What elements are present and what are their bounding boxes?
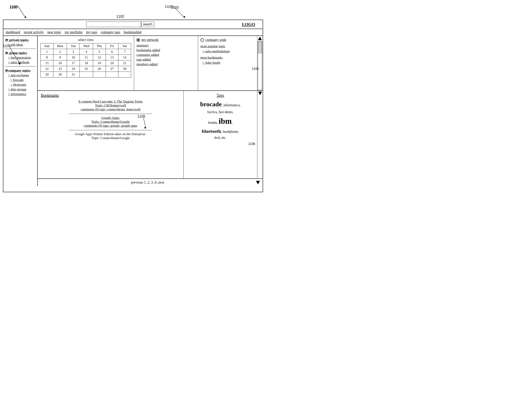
tags-title: Tags <box>186 93 255 98</box>
main-outer-box: 1102 search LOGO dashboard recent activi… <box>3 20 263 192</box>
cal-day-cell[interactable]: 12 <box>93 55 106 60</box>
tags-added-link[interactable]: tags added <box>136 58 195 62</box>
sidebar-informatica[interactable]: > informatica <box>5 92 36 96</box>
cal-day-cell[interactable]: 30 <box>53 72 67 77</box>
cal-day-cell[interactable]: 11 <box>80 55 93 60</box>
bookmark-divider-1 <box>69 114 152 114</box>
cal-day-cell[interactable]: 5 <box>93 49 106 55</box>
sidebar-ibm-storage[interactable]: > ibm storage <box>5 88 36 91</box>
svg-text:1103: 1103 <box>165 5 173 9</box>
cal-day-cell[interactable]: 21 <box>118 60 131 66</box>
cal-day-cell[interactable]: 27 <box>106 66 118 72</box>
cal-day-cell[interactable]: 26 <box>93 66 106 72</box>
bookmark-3-topic[interactable]: Topic: Connectbeam/Google <box>41 136 180 140</box>
cal-day-cell[interactable]: 15 <box>41 60 53 66</box>
members-added-link[interactable]: members added <box>136 62 195 66</box>
cal-day-cell[interactable]: 4 <box>80 49 93 55</box>
bookmarks-added-link[interactable]: bookmarks added <box>136 48 195 52</box>
tag-brocade: brocade <box>200 101 222 108</box>
cal-day-cell[interactable]: 31 <box>67 72 80 77</box>
sidebar-brocade[interactable]: > brocade <box>5 78 36 82</box>
network-area: my network summary bookmarks added comme… <box>134 36 198 90</box>
cal-day-cell[interactable]: 17 <box>67 60 80 66</box>
search-button[interactable]: search <box>141 22 154 27</box>
sidebar-company-topics[interactable]: ≫company topics <box>5 69 36 73</box>
body-area: ≫ private topics > gift ideas ≫ group to… <box>3 36 263 186</box>
nav-company-tags[interactable]: company tags <box>101 30 120 34</box>
sidebar-gift-ideas[interactable]: > gift ideas <box>5 43 36 47</box>
sidebar-fast-integration[interactable]: > fast integration <box>5 56 36 60</box>
scroll-up-arrow[interactable] <box>258 37 262 40</box>
scrollbar-bottom <box>257 91 263 178</box>
cal-day-cell[interactable]: 16 <box>53 60 67 66</box>
nav-my-portfolio[interactable]: my portfolio <box>65 30 83 34</box>
bookmark-entry-3: Google Apps Primier Edition takes on the… <box>41 132 180 140</box>
company-wide-radio[interactable] <box>201 38 204 42</box>
footer-scroll-down-arrow[interactable] <box>256 181 260 184</box>
nav-dashboard[interactable]: dashboard <box>6 30 20 34</box>
bookmark-2-title[interactable]: Google Apps: <box>41 116 180 120</box>
sidebar: ≫ private topics > gift ideas ≫ group to… <box>3 36 38 186</box>
cal-day-cell[interactable]: 6 <box>106 49 118 55</box>
sidebar-private-topics[interactable]: ≫ private topics <box>5 38 36 42</box>
nav-my-tags[interactable]: my tags <box>86 30 97 34</box>
cal-day-cell[interactable]: 29 <box>41 72 53 77</box>
cal-day-cell[interactable]: 18 <box>80 60 93 66</box>
main-content-area: 1101 select view Sun Mon Tue Wed Thu Fri <box>38 36 263 186</box>
tags-content: brocade, informatica, factiva, fast demo… <box>186 99 255 141</box>
cal-day-cell[interactable]: 19 <box>93 60 106 66</box>
cal-day-cell[interactable]: 2 <box>53 49 67 55</box>
nav-bookmarklet[interactable]: bookmarklet <box>124 30 142 34</box>
bookmark-1-title[interactable]: E-content-Nerd Cast-take 3: The Tagging … <box>41 100 180 104</box>
john-smith-link[interactable]: > John Smith <box>201 61 255 65</box>
cal-day-cell[interactable]: 3 <box>67 49 80 55</box>
bookmark-2-topic[interactable]: Topic: Connectbeam/Google <box>41 120 180 124</box>
comments-added-link[interactable]: comments added <box>136 53 195 57</box>
sidebar-app-exchange[interactable]: > app exchange <box>5 73 36 77</box>
bookmark-3-title[interactable]: Google Apps Primier Edition takes on the… <box>41 132 180 136</box>
summary-link[interactable]: summary <box>136 44 195 47</box>
bookmarks-area: Bookmarks E-content-Nerd Cast-take 3: Th… <box>38 91 183 178</box>
cal-day-mon: Mon <box>53 43 67 49</box>
scroll-down-arrow-bottom[interactable] <box>258 92 262 95</box>
my-network-link[interactable]: my network <box>142 38 158 42</box>
scroll-track[interactable] <box>258 41 262 90</box>
bookmark-2-details[interactable]: comments (0) tags- google, google apps <box>41 124 180 128</box>
bookmark-1-topic[interactable]: Topic: CB/Honneywell <box>41 104 180 107</box>
cal-day-cell[interactable]: 13 <box>106 55 118 60</box>
cal-day-cell[interactable]: 24 <box>67 66 80 72</box>
bookmark-entry-2: Google Apps: Topic: Connectbeam/Google c… <box>41 116 180 128</box>
most-bookmarks-label: most bookmarks <box>201 56 255 60</box>
sidebar-divider-1 <box>5 49 36 49</box>
cal-day-cell[interactable]: 7 <box>118 49 131 55</box>
scrollbar <box>257 36 263 90</box>
cal-day-cell[interactable]: 23 <box>53 66 67 72</box>
my-network-radio[interactable] <box>136 38 140 42</box>
header-row: 1102 search LOGO <box>3 20 263 29</box>
search-input[interactable] <box>86 22 141 27</box>
pagination[interactable]: previous 1..2..3..4..next <box>39 180 256 184</box>
cal-day-cell[interactable]: 22 <box>41 66 53 72</box>
nav-new-topic[interactable]: new topic <box>47 30 61 34</box>
cal-day-cell[interactable]: 14 <box>118 55 131 60</box>
cal-day-cell[interactable]: 28 <box>118 66 131 72</box>
top-section: 1101 select view Sun Mon Tue Wed Thu Fri <box>38 36 263 91</box>
sales-methodology-link[interactable]: > sales methodology <box>201 50 255 53</box>
company-wide-link[interactable]: company wide <box>206 38 226 42</box>
cal-day-cell <box>118 72 131 77</box>
cal-day-cell[interactable]: 10 <box>67 55 80 60</box>
cal-day-fri: Fri <box>106 43 118 49</box>
scroll-thumb[interactable] <box>258 42 262 53</box>
svg-marker-2 <box>183 16 186 18</box>
cal-day-cell[interactable]: 1 <box>41 49 53 55</box>
cal-day-cell[interactable]: 9 <box>53 55 67 60</box>
sidebar-sales-methods[interactable]: > sales methods <box>5 60 36 64</box>
cal-day-cell[interactable]: 8 <box>41 55 53 60</box>
nav-recent-activity[interactable]: recent activity <box>24 30 44 34</box>
cal-day-cell[interactable]: 20 <box>106 60 118 66</box>
bookmark-1-details[interactable]: comments (0) tags- connectbeam, honeywel… <box>41 107 180 111</box>
sidebar-group-topics[interactable]: ≫ group topics <box>5 51 36 55</box>
sidebar-flextronix[interactable]: > flextronix <box>5 83 36 87</box>
cal-day-cell[interactable]: 25 <box>80 66 93 72</box>
most-popular-topic-label: most popular topic <box>201 44 255 48</box>
